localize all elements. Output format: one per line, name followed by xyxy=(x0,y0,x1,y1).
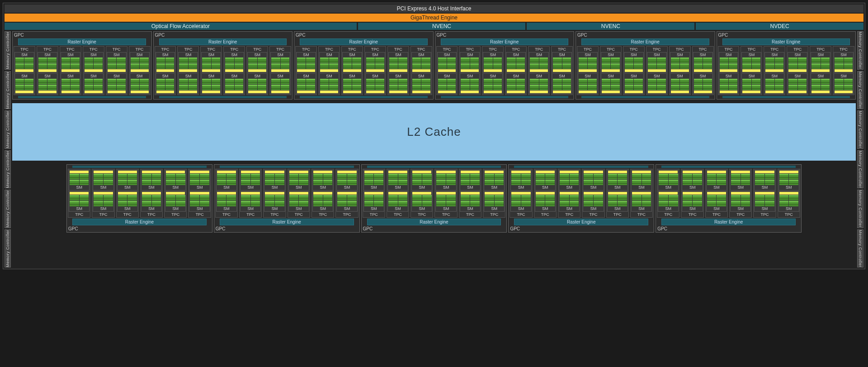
tpc-block: TPCSMSM xyxy=(83,46,104,95)
tpc-block: TPCSMSM xyxy=(223,46,245,95)
sm-block: SM xyxy=(141,191,162,212)
sm-block: SM xyxy=(201,73,221,94)
sm-block: SM xyxy=(506,52,526,73)
tpc-block: TPCSMSM xyxy=(741,46,762,95)
sm-block: SM xyxy=(319,52,339,73)
sm-block: SM xyxy=(264,170,285,191)
sm-block: SM xyxy=(460,191,481,212)
tpc-block: SMSMTPC xyxy=(681,169,703,218)
accelerator-block: NVENC xyxy=(358,23,526,30)
tpc-block: SMSMTPC xyxy=(410,169,433,218)
sm-block: SM xyxy=(388,73,408,94)
sm-block: SM xyxy=(363,191,384,212)
sm-block: SM xyxy=(189,191,210,212)
sm-block: SM xyxy=(460,73,480,94)
sm-block: SM xyxy=(336,191,357,212)
sm-block: SM xyxy=(411,73,431,94)
tpc-block: TPCSMSM xyxy=(692,46,714,95)
sm-block: SM xyxy=(342,52,362,73)
tpc-block: TPCSMSM xyxy=(600,46,622,95)
memory-controller: Memory Controller xyxy=(857,229,863,268)
sm-block: SM xyxy=(319,73,339,94)
sm-block: SM xyxy=(682,170,703,191)
tpc-block: SMSMTPC xyxy=(363,169,385,218)
sm-block: SM xyxy=(647,73,667,94)
sm-block: SM xyxy=(189,170,210,191)
sm-block: SM xyxy=(365,73,385,94)
sm-block: SM xyxy=(552,73,572,94)
sm-block: SM xyxy=(312,170,333,191)
sm-block: SM xyxy=(460,52,480,73)
raster-engine: Raster Engine xyxy=(581,38,709,45)
sm-block: SM xyxy=(342,73,362,94)
sm-block: SM xyxy=(411,170,432,191)
sm-block: SM xyxy=(535,170,556,191)
sm-block: SM xyxy=(388,52,408,73)
memory-controller: Memory Controller xyxy=(857,31,863,70)
tpc-block: SMSMTPC xyxy=(630,169,653,218)
tpc-block: TPCSMSM xyxy=(295,46,317,95)
sm-block: SM xyxy=(730,170,751,191)
gpu-block-diagram: PCI Express 4.0 Host Interface GigaThrea… xyxy=(3,3,865,269)
sm-block: SM xyxy=(658,191,679,212)
gpc-block: GPCRaster EngineTPCSMSMTPCSMSMTPCSMSMTPC… xyxy=(294,31,434,100)
tpc-block: TPCSMSM xyxy=(177,46,199,95)
sm-block: SM xyxy=(435,170,456,191)
tpc-block: TPCSMSM xyxy=(833,46,854,95)
sm-block: SM xyxy=(437,73,457,94)
sm-block: SM xyxy=(483,73,503,94)
tpc-block: SMSMTPC xyxy=(239,169,262,218)
tpc-block: TPCSMSM xyxy=(482,46,504,95)
sm-block: SM xyxy=(834,52,854,73)
memory-controller: Memory Controller xyxy=(857,110,863,149)
raster-engine: Raster Engine xyxy=(367,219,501,225)
sm-block: SM xyxy=(270,73,290,94)
tpc-block: TPCSMSM xyxy=(410,46,432,95)
sm-block: SM xyxy=(506,73,526,94)
sm-block: SM xyxy=(69,170,90,191)
sm-block: SM xyxy=(529,52,549,73)
sm-block: SM xyxy=(811,52,830,73)
sm-block: SM xyxy=(484,191,505,212)
tpc-block: TPCSMSM xyxy=(623,46,645,95)
memory-controller: Memory Controller xyxy=(5,229,11,268)
sm-block: SM xyxy=(61,73,80,94)
raster-engine: Raster Engine xyxy=(441,38,569,45)
tpc-block: SMSMTPC xyxy=(188,169,211,218)
tpc-block: SMSMTPC xyxy=(387,169,409,218)
tpc-block: SMSMTPC xyxy=(335,169,358,218)
sm-block: SM xyxy=(529,73,549,94)
sm-block: SM xyxy=(706,191,727,212)
sm-block: SM xyxy=(670,52,690,73)
sm-block: SM xyxy=(93,170,113,191)
sm-block: SM xyxy=(719,52,739,73)
tpc-block: SMSMTPC xyxy=(606,169,629,218)
tpc-block: TPCSMSM xyxy=(646,46,668,95)
gpc-block: SMSMTPCSMSMTPCSMSMTPCSMSMTPCSMSMTPCSMSMT… xyxy=(361,164,507,233)
memory-controller: Memory Controller xyxy=(857,71,863,110)
sm-block: SM xyxy=(693,52,713,73)
tpc-block: TPCSMSM xyxy=(318,46,340,95)
tpc-block: TPCSMSM xyxy=(577,46,599,95)
sm-block: SM xyxy=(834,73,854,94)
tpc-block: TPCSMSM xyxy=(505,46,527,95)
sm-block: SM xyxy=(460,170,481,191)
sm-block: SM xyxy=(510,191,531,212)
sm-block: SM xyxy=(624,52,644,73)
sm-block: SM xyxy=(216,170,237,191)
tpc-block: TPCSMSM xyxy=(810,46,831,95)
sm-block: SM xyxy=(107,73,127,94)
tpc-block: SMSMTPC xyxy=(778,169,800,218)
sm-block: SM xyxy=(658,170,679,191)
sm-block: SM xyxy=(670,73,690,94)
tpc-block: TPCSMSM xyxy=(14,46,35,95)
raster-engine: Raster Engine xyxy=(159,38,287,45)
tpc-block: SMSMTPC xyxy=(68,169,90,218)
sm-block: SM xyxy=(156,52,175,73)
sm-block: SM xyxy=(788,73,807,94)
tpc-block: TPCSMSM xyxy=(341,46,363,95)
sm-block: SM xyxy=(38,52,57,73)
sm-block: SM xyxy=(788,52,807,73)
sm-block: SM xyxy=(437,52,457,73)
gpc-row-top: GPCRaster EngineTPCSMSMTPCSMSMTPCSMSMTPC… xyxy=(12,31,856,100)
